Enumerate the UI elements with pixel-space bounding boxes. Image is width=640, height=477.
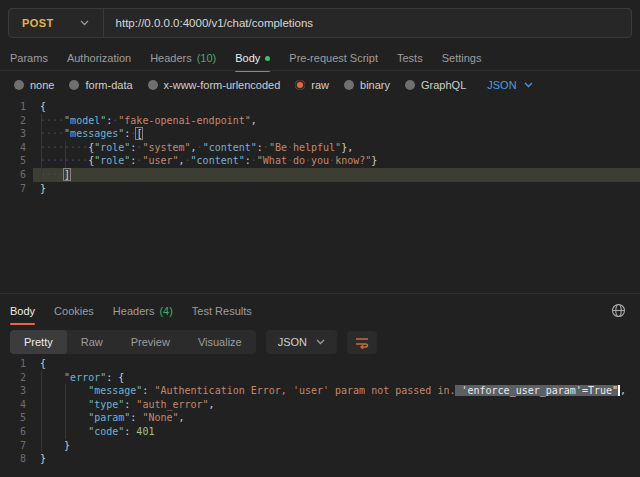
indent-guide	[65, 141, 66, 168]
code-line[interactable]: 2····"model":·"fake-openai-endpoint",	[0, 114, 640, 128]
code-line[interactable]: 4 "type": "auth_error",	[0, 398, 640, 412]
code-line[interactable]: 1{	[0, 100, 640, 114]
tab-response-body[interactable]: Body	[10, 305, 35, 325]
chevron-down-icon	[80, 20, 89, 26]
line-number: 3	[0, 127, 40, 141]
code-line[interactable]: 3 "message": "Authentication Error, 'use…	[0, 384, 640, 398]
radio-raw[interactable]: raw	[295, 79, 329, 91]
raw-language-select[interactable]: JSON	[487, 79, 532, 91]
line-number: 4	[0, 398, 40, 412]
globe-icon[interactable]	[611, 303, 626, 322]
code-line[interactable]: 7 }	[0, 439, 640, 453]
indent-guide	[41, 114, 42, 182]
request-body-editor[interactable]: 1{2····"model":·"fake-openai-endpoint",3…	[0, 100, 640, 196]
line-number: 5	[0, 154, 40, 168]
code-line[interactable]: 5········{"role":·"user",·"content":·"Wh…	[0, 154, 640, 168]
radio-icon	[405, 80, 415, 90]
code-line[interactable]: 3····"messages":·[	[0, 127, 640, 141]
tab-test-results[interactable]: Test Results	[192, 305, 252, 325]
radio-graphql[interactable]: GraphQL	[405, 79, 466, 91]
code-line[interactable]: 6····]	[0, 168, 640, 182]
tab-pre-request-script[interactable]: Pre-request Script	[289, 52, 378, 72]
radio-icon	[14, 80, 24, 90]
divider	[0, 70, 640, 71]
line-number: 2	[0, 371, 40, 385]
response-body-editor[interactable]: 1{2 "error": {3 "message": "Authenticati…	[0, 357, 640, 467]
code-line[interactable]: 8}	[0, 452, 640, 466]
code-line[interactable]: 2 "error": {	[0, 371, 640, 385]
line-number: 4	[0, 141, 40, 155]
indent-guide	[41, 371, 42, 453]
radio-icon	[344, 80, 354, 90]
chevron-down-icon	[316, 339, 325, 345]
code-line[interactable]: 1{	[0, 357, 640, 371]
body-modified-dot	[265, 56, 270, 61]
radio-x-www-form-urlencoded[interactable]: x-www-form-urlencoded	[148, 79, 281, 91]
line-number: 3	[0, 384, 40, 398]
code-line[interactable]: 7}	[0, 182, 640, 196]
line-number: 5	[0, 411, 40, 425]
url-input[interactable]: http://0.0.0.0:4000/v1/chat/completions	[104, 17, 314, 29]
method-selector[interactable]: POST	[9, 17, 103, 29]
view-visualize[interactable]: Visualize	[184, 330, 256, 354]
radio-form-data[interactable]: form-data	[69, 79, 132, 91]
code-line[interactable]: 5 "param": "None",	[0, 411, 640, 425]
section-divider	[0, 293, 640, 294]
radio-icon	[69, 80, 79, 90]
response-headers-count: (4)	[159, 305, 172, 317]
view-pretty[interactable]: Pretty	[10, 330, 67, 354]
radio-binary[interactable]: binary	[344, 79, 390, 91]
line-number: 2	[0, 114, 40, 128]
response-language-select[interactable]: JSON	[266, 330, 337, 354]
line-number: 6	[0, 168, 40, 182]
line-number: 7	[0, 439, 40, 453]
body-type-row: none form-data x-www-form-urlencoded raw…	[14, 79, 533, 91]
request-url-bar: POST http://0.0.0.0:4000/v1/chat/complet…	[8, 8, 632, 38]
tab-params[interactable]: Params	[10, 52, 48, 72]
tab-body[interactable]: Body	[235, 52, 270, 72]
chevron-down-icon	[524, 82, 533, 88]
line-number: 6	[0, 425, 40, 439]
tab-settings[interactable]: Settings	[442, 52, 482, 72]
request-tabs: Params Authorization Headers(10) Body Pr…	[10, 52, 481, 72]
line-number: 1	[0, 100, 40, 114]
indent-guide	[65, 384, 66, 438]
radio-icon-selected	[295, 80, 305, 90]
tab-headers[interactable]: Headers(10)	[150, 52, 216, 72]
line-number: 1	[0, 357, 40, 371]
line-number: 8	[0, 452, 40, 466]
radio-icon	[148, 80, 158, 90]
radio-none[interactable]: none	[14, 79, 54, 91]
code-line[interactable]: 4········{"role":·"system",·"content":·"…	[0, 141, 640, 155]
tab-authorization[interactable]: Authorization	[67, 52, 131, 72]
wrap-lines-button[interactable]	[347, 331, 377, 354]
method-label: POST	[22, 17, 54, 29]
response-tabs: Body Cookies Headers(4) Test Results	[10, 305, 252, 325]
response-toolbar: Pretty Raw Preview Visualize JSON	[10, 330, 377, 354]
word-wrap-icon	[354, 336, 370, 349]
tab-tests[interactable]: Tests	[397, 52, 423, 72]
headers-count: (10)	[197, 52, 217, 64]
view-raw[interactable]: Raw	[67, 330, 117, 354]
code-line[interactable]: 6 "code": 401	[0, 425, 640, 439]
tab-response-headers[interactable]: Headers(4)	[113, 305, 173, 325]
line-number: 7	[0, 182, 40, 196]
tab-cookies[interactable]: Cookies	[54, 305, 94, 325]
postman-window: POST http://0.0.0.0:4000/v1/chat/complet…	[0, 0, 640, 477]
view-preview[interactable]: Preview	[117, 330, 184, 354]
view-switcher: Pretty Raw Preview Visualize	[10, 330, 256, 354]
